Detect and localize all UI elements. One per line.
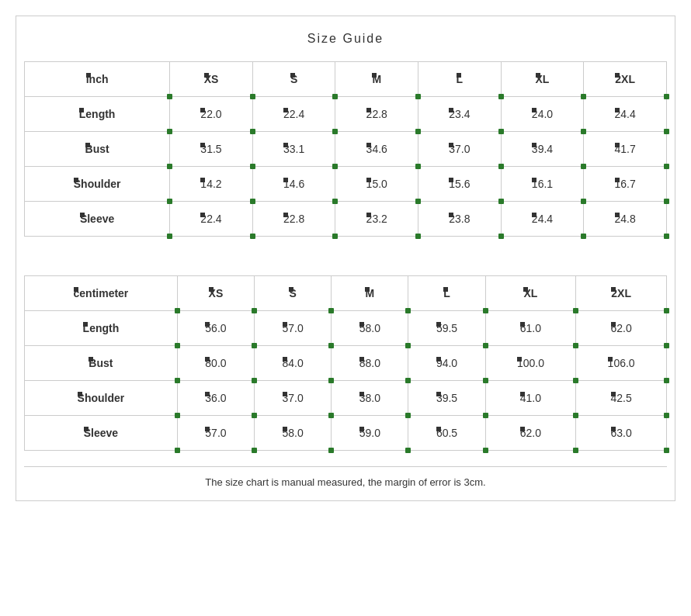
cm-cell: 63.0 [576,416,667,451]
inch-cell: 15.0 [335,167,418,202]
cm-col-2xl: 2XL [576,276,667,311]
cm-col-s: S [255,276,332,311]
inch-cell: 23.2 [335,202,418,237]
table-row: Sleeve57.058.059.060.562.063.0 [25,416,667,451]
inch-col-2xl: 2XL [584,62,667,97]
table-row: Sleeve22.422.823.223.824.424.8 [25,202,667,237]
inch-cell: 16.1 [501,167,584,202]
cm-col-xl: XL [485,276,576,311]
cm-cell: 94.0 [408,346,485,381]
inch-cell: 22.8 [252,202,335,237]
inch-cell: 24.8 [584,202,667,237]
inch-cell: 41.7 [584,132,667,167]
cm-cell: 37.0 [255,381,332,416]
inch-cell: 14.2 [170,167,253,202]
inch-row-label-sleeve: Sleeve [25,202,170,237]
cm-col-m: M [332,276,408,311]
inch-cell: 24.0 [501,97,584,132]
inch-col-l: L [418,62,502,97]
inch-row-label-shoulder: Shoulder [25,167,170,202]
cm-row-label-bust: Bust [25,346,178,381]
cm-row-label-sleeve: Sleeve [25,416,178,451]
cm-col-l: L [408,276,485,311]
inch-col-s: S [252,62,335,97]
cm-cell: 88.0 [332,346,408,381]
table-row: Bust31.533.134.637.039.441.7 [25,132,667,167]
cm-table: centimeter XS S M L XL 2XL Length56.057.… [24,275,667,451]
cm-col-xs: XS [177,276,254,311]
cm-cell: 41.0 [485,381,576,416]
cm-cell: 38.0 [332,381,408,416]
inch-cell: 33.1 [252,132,335,167]
inch-col-xs: XS [170,62,253,97]
cm-cell: 84.0 [255,346,332,381]
inch-row-label-length: Length [25,97,170,132]
table-row: Length56.057.058.059.561.062.0 [25,311,667,346]
inch-cell: 22.8 [335,97,418,132]
inch-cell: 39.4 [501,132,584,167]
cm-cell: 60.5 [408,416,485,451]
inch-cell: 24.4 [584,97,667,132]
inch-cell: 14.6 [252,167,335,202]
cm-cell: 36.0 [177,381,254,416]
inch-cell: 23.4 [418,97,502,132]
inch-cell: 34.6 [335,132,418,167]
cm-cell: 58.0 [255,416,332,451]
inch-cell: 24.4 [501,202,584,237]
inch-cell: 23.8 [418,202,502,237]
page-title: Size Guide [24,32,667,46]
cm-row-label-shoulder: Shoulder [25,381,178,416]
table-row: Bust80.084.088.094.0100.0106.0 [25,346,667,381]
cm-cell: 80.0 [177,346,254,381]
cm-cell: 57.0 [255,311,332,346]
inch-col-m: M [335,62,418,97]
inch-row-label-bust: Bust [25,132,170,167]
cm-unit-header: centimeter [25,276,178,311]
footer-note: The size chart is manual measured, the m… [24,466,667,493]
page-wrapper: Size Guide inch XS S M L XL 2XL Length22… [16,16,675,501]
cm-cell: 59.5 [408,311,485,346]
inch-col-xl: XL [501,62,584,97]
inch-cell: 31.5 [170,132,253,167]
cm-cell: 61.0 [485,311,576,346]
cm-row-label-length: Length [25,311,178,346]
cm-cell: 62.0 [576,311,667,346]
cm-cell: 106.0 [576,346,667,381]
inch-table: inch XS S M L XL 2XL Length22.022.422.82… [24,61,667,237]
cm-cell: 59.0 [332,416,408,451]
inch-cell: 37.0 [418,132,502,167]
cm-cell: 62.0 [485,416,576,451]
inch-cell: 16.7 [584,167,667,202]
inch-cell: 15.6 [418,167,502,202]
cm-cell: 56.0 [177,311,254,346]
cm-cell: 42.5 [576,381,667,416]
cm-cell: 58.0 [332,311,408,346]
cm-cell: 57.0 [177,416,254,451]
table-row: Shoulder14.214.615.015.616.116.7 [25,167,667,202]
section-gap [24,252,667,275]
inch-cell: 22.4 [252,97,335,132]
inch-unit-header: inch [25,62,170,97]
table-row: Shoulder36.037.038.039.541.042.5 [25,381,667,416]
cm-cell: 39.5 [408,381,485,416]
cm-cell: 100.0 [485,346,576,381]
inch-cell: 22.0 [170,97,253,132]
inch-cell: 22.4 [170,202,253,237]
table-row: Length22.022.422.823.424.024.4 [25,97,667,132]
